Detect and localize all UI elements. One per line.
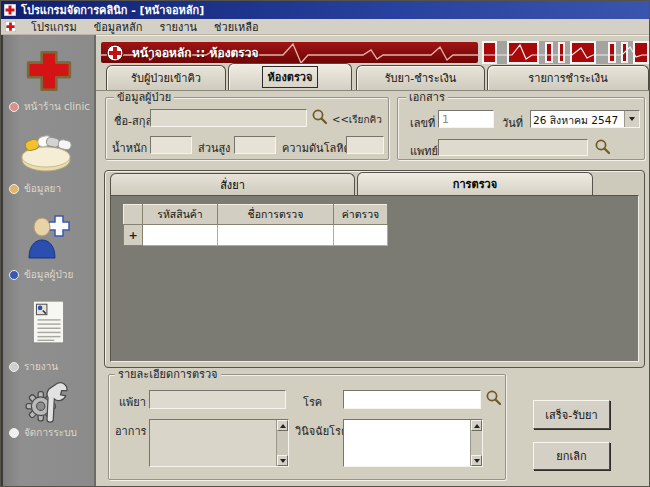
sidebar-item-patient-data[interactable]: ข้อมูลผู้ป่วย <box>9 267 73 282</box>
tab-exam-room[interactable]: ห้องตรวจ <box>228 63 352 90</box>
clinic-radio[interactable] <box>9 102 19 112</box>
date-select[interactable]: 26 สิงหาคม 2547 <box>530 110 640 128</box>
date-label: วันที่ <box>502 114 523 132</box>
sidebar: หน้าร้าน clinic ข้อมูลยา <box>1 35 96 487</box>
menu-item-program[interactable]: โปรแกรม <box>29 18 79 36</box>
banner-cross-icon <box>106 44 124 62</box>
col-exam-name[interactable]: ชื่อการตรวจ <box>218 205 334 225</box>
tab-order-medicine-label: สั่งยา <box>220 176 245 194</box>
menu-item-master-data[interactable]: ข้อมูลหลัก <box>92 18 145 36</box>
symptoms-scrollbar[interactable] <box>276 420 288 466</box>
app-window: โปรแกรมจัดการคลินิก - [หน้าจอหลัก] โปรแก… <box>0 0 650 487</box>
date-dropdown-icon[interactable] <box>624 111 639 127</box>
sidebar-item-system[interactable]: จัดการระบบ <box>9 425 77 440</box>
main-area: หน้าจอหลัก :: ห้องตรวจ รับผู้ป่วยเข้าคิว… <box>96 35 650 487</box>
scroll-up-icon[interactable] <box>471 420 482 431</box>
barcode-decoration <box>482 41 649 64</box>
name-input[interactable] <box>150 109 307 127</box>
col-exam-fee[interactable]: ค่าตรวจ <box>334 205 388 225</box>
new-row-marker[interactable]: + <box>124 225 143 246</box>
blood-pressure-input[interactable] <box>346 136 384 154</box>
search-disease-icon[interactable] <box>485 389 502 406</box>
patient-data-radio[interactable] <box>9 270 19 280</box>
document-group: เอกสาร เลขที่ วันที่ 26 สิงหาคม 2547 แพท… <box>397 97 645 160</box>
call-queue-link[interactable]: <<เรียกคิว <box>332 112 382 127</box>
scroll-up-icon[interactable] <box>277 420 288 431</box>
title-bar: โปรแกรมจัดการคลินิก - [หน้าจอหลัก] <box>1 1 650 19</box>
tab-divider <box>96 90 650 91</box>
allergy-label: แพ้ยา <box>119 393 146 411</box>
cell-product-code[interactable] <box>143 225 218 246</box>
sidebar-item-medicine-data[interactable]: ข้อมูลยา <box>9 181 61 196</box>
reports-radio[interactable] <box>9 362 19 372</box>
doctor-input[interactable] <box>438 139 588 156</box>
report-icon[interactable] <box>31 299 67 349</box>
height-label: ส่วนสูง <box>198 139 231 157</box>
doc-number-label: เลขที่ <box>410 114 435 132</box>
diagnosis-textarea[interactable] <box>343 419 483 467</box>
blood-pressure-label: ความดันโลหิต <box>282 139 351 157</box>
tab-dispense-payment-label: รับยา-ชำระเงิน <box>385 69 457 87</box>
red-cross-icon[interactable] <box>25 49 73 97</box>
search-doctor-icon[interactable] <box>594 138 611 155</box>
scroll-down-icon[interactable] <box>277 455 288 466</box>
symptoms-textarea[interactable] <box>149 419 289 467</box>
system-radio[interactable] <box>9 428 19 438</box>
menu-bar: โปรแกรม ข้อมูลหลัก รายงาน ช่วยเหลือ <box>1 19 650 35</box>
weight-label: น้ำหนัก <box>112 139 147 157</box>
cell-exam-fee[interactable] <box>334 225 388 246</box>
examination-panel: รหัสสินค้า ชื่อการตรวจ ค่าตรวจ + <box>110 195 639 362</box>
tab-payment-list-label: รายการชำระเงิน <box>528 69 607 87</box>
sidebar-item-clinic-label: หน้าร้าน clinic <box>24 99 90 114</box>
medicine-data-radio[interactable] <box>9 184 19 194</box>
sidebar-item-system-label: จัดการระบบ <box>24 425 77 440</box>
symptoms-label: อาการ <box>115 422 147 440</box>
document-group-title: เอกสาร <box>406 91 448 104</box>
exam-details-group: รายละเอียดการตรวจ แพ้ยา โรค อาการ วินิจฉ… <box>108 374 506 480</box>
sidebar-item-reports[interactable]: รายงาน <box>9 359 58 374</box>
name-label: ชื่อ-สกุล <box>114 112 152 130</box>
sidebar-item-patient-label: ข้อมูลผู้ป่วย <box>24 267 73 282</box>
search-patient-icon[interactable] <box>311 108 328 125</box>
exam-table-header: รหัสสินค้า ชื่อการตรวจ ค่าตรวจ <box>124 205 388 225</box>
scroll-down-icon[interactable] <box>471 455 482 466</box>
banner-title: หน้าจอหลัก :: ห้องตรวจ <box>132 43 259 62</box>
diagnosis-scrollbar[interactable] <box>470 420 482 466</box>
disease-label: โรค <box>303 393 322 411</box>
tab-examination[interactable]: การตรวจ <box>357 172 593 195</box>
finish-receive-medicine-button[interactable]: เสร็จ-รับยา <box>533 400 610 429</box>
sidebar-item-clinic[interactable]: หน้าร้าน clinic <box>9 99 90 114</box>
height-input[interactable] <box>234 136 276 154</box>
exam-tab-control: สั่งยา การตรวจ รหัสสินค้า ชื่อการตรวจ ค่… <box>104 170 645 368</box>
table-row[interactable]: + <box>124 225 388 246</box>
disease-input[interactable] <box>343 390 481 409</box>
sidebar-item-reports-label: รายงาน <box>24 359 58 374</box>
allergy-input[interactable] <box>149 390 286 409</box>
doctor-label: แพทย์ <box>410 142 438 160</box>
tab-payment-list[interactable]: รายการชำระเงิน <box>487 65 649 90</box>
doc-number-input[interactable] <box>438 110 494 128</box>
settings-icon[interactable] <box>23 379 71 427</box>
tab-receive-queue[interactable]: รับผู้ป่วยเข้าคิว <box>106 65 226 90</box>
window-title: โปรแกรมจัดการคลินิก - [หน้าจอหลัก] <box>21 1 204 19</box>
mdi-child-icon <box>5 21 16 32</box>
cancel-button[interactable]: ยกเลิก <box>533 442 610 470</box>
date-value: 26 สิงหาคม 2547 <box>531 111 624 127</box>
tab-receive-queue-label: รับผู้ป่วยเข้าคิว <box>131 69 201 87</box>
tab-order-medicine[interactable]: สั่งยา <box>110 173 355 195</box>
app-cross-icon <box>4 4 16 16</box>
diagnosis-label: วินิจฉัยโรค <box>295 422 348 440</box>
cell-exam-name[interactable] <box>218 225 334 246</box>
patient-group-title: ข้อมูลผู้ป่วย <box>114 91 174 104</box>
exam-table: รหัสสินค้า ชื่อการตรวจ ค่าตรวจ + <box>123 204 388 246</box>
patient-add-icon[interactable] <box>27 213 71 265</box>
patient-info-group: ข้อมูลผู้ป่วย ชื่อ-สกุล <<เรียกคิว น้ำหน… <box>105 97 389 160</box>
screen-banner: หน้าจอหลัก :: ห้องตรวจ <box>100 41 479 64</box>
tab-exam-room-label: ห้องตรวจ <box>262 66 319 88</box>
pills-icon[interactable] <box>19 131 77 177</box>
tab-dispense-payment[interactable]: รับยา-ชำระเงิน <box>356 65 485 90</box>
col-product-code[interactable]: รหัสสินค้า <box>143 205 218 225</box>
menu-item-help[interactable]: ช่วยเหลือ <box>212 18 260 36</box>
weight-input[interactable] <box>150 136 192 154</box>
menu-item-reports[interactable]: รายงาน <box>158 18 200 36</box>
